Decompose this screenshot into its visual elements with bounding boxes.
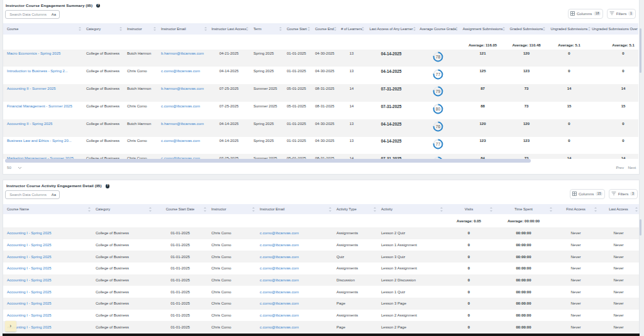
svg-text:78: 78 <box>436 55 441 59</box>
svg-text:76: 76 <box>436 124 441 129</box>
svg-text:77: 77 <box>436 72 441 76</box>
svg-text:77: 77 <box>436 142 441 146</box>
svg-text:80: 80 <box>436 107 441 111</box>
svg-text:79: 79 <box>436 89 441 94</box>
